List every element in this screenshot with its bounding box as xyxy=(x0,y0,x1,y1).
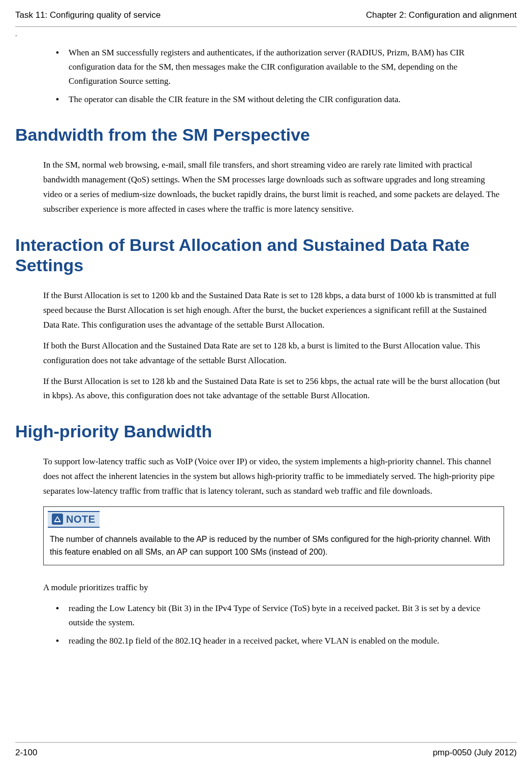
section-heading-bandwidth: Bandwidth from the SM Perspective xyxy=(15,124,504,145)
note-label: NOTE xyxy=(66,514,96,525)
bullet-list-1: When an SM successfully registers and au… xyxy=(43,46,504,107)
body-paragraph: If the Burst Allocation is set to 1200 k… xyxy=(43,289,504,333)
note-text: The number of channels available to the … xyxy=(44,531,504,565)
body-paragraph: If both the Burst Allocation and the Sus… xyxy=(43,339,504,368)
body-paragraph: If the Burst Allocation is set to 128 kb… xyxy=(43,374,504,404)
note-header: NOTE xyxy=(48,511,100,528)
note-callout: NOTE The number of channels available to… xyxy=(43,506,504,565)
list-item: The operator can disable the CIR feature… xyxy=(56,92,504,107)
footer-doc-id: pmp-0050 (July 2012) xyxy=(433,748,517,758)
body-paragraph: In the SM, normal web browsing, e-mail, … xyxy=(43,158,504,217)
list-item: reading the Low Latency bit (Bit 3) in t… xyxy=(56,601,504,630)
list-item: When an SM successfully registers and au… xyxy=(56,46,504,88)
header-right: Chapter 2: Configuration and alignment xyxy=(366,10,517,20)
note-icon xyxy=(52,514,63,525)
bullet-list-2: reading the Low Latency bit (Bit 3) in t… xyxy=(43,601,504,648)
section-heading-high-priority: High-priority Bandwidth xyxy=(15,421,504,442)
dash-marker: - xyxy=(15,32,517,38)
list-item: reading the 802.1p field of the 802.1Q h… xyxy=(56,634,504,648)
header-left: Task 11: Configuring quality of service xyxy=(15,10,161,20)
footer-page-number: 2-100 xyxy=(15,748,37,758)
body-paragraph: A module prioritizes traffic by xyxy=(43,581,504,595)
section-heading-interaction: Interaction of Burst Allocation and Sust… xyxy=(15,235,504,276)
page-content: When an SM successfully registers and au… xyxy=(15,46,517,648)
page-header: Task 11: Configuring quality of service … xyxy=(15,10,517,27)
page-footer: 2-100 pmp-0050 (July 2012) xyxy=(15,742,517,758)
body-paragraph: To support low-latency traffic such as V… xyxy=(43,455,504,499)
